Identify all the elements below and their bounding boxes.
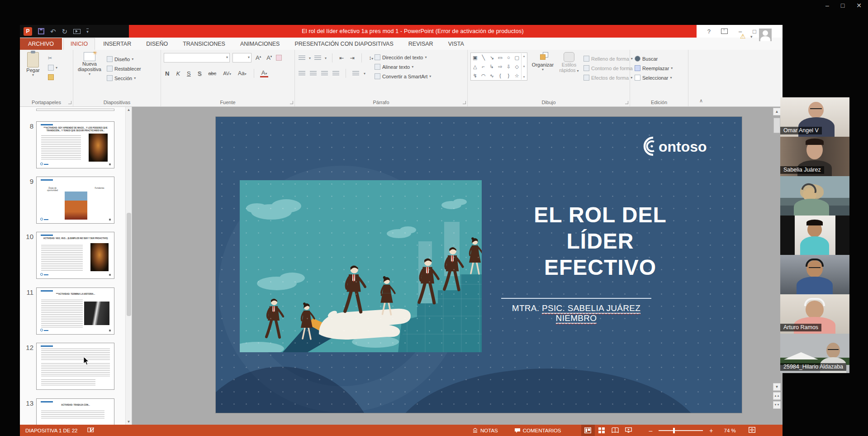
parrafo-dialog-launcher[interactable]	[463, 101, 466, 104]
shape-icon[interactable]: ☆	[515, 73, 519, 79]
shape-icon[interactable]: ╲	[482, 55, 485, 61]
dibujo-dialog-launcher[interactable]	[625, 101, 628, 104]
slideshow-view-button[interactable]	[622, 425, 636, 436]
shape-icon[interactable]: ○	[507, 55, 510, 60]
clear-formatting-icon[interactable]	[276, 55, 282, 61]
shapes-scroll-down-icon[interactable]: ▾	[523, 65, 525, 68]
italic-button[interactable]: K	[175, 70, 181, 77]
participant-video-tile[interactable]: Sabelia Juárez	[780, 137, 849, 176]
text-direction-button[interactable]: Dirección del texto▾	[375, 53, 431, 62]
tab-inicio[interactable]: INICIO	[63, 38, 95, 50]
customize-qat-icon[interactable]: ▾	[86, 29, 89, 34]
slide-area-scrollbar[interactable]: ▲ ▼ ▲▲ ▼▼	[773, 108, 781, 424]
font-size-combo[interactable]	[232, 53, 251, 62]
shape-outline-button[interactable]: Contorno de forma▾	[583, 63, 636, 73]
text-shadow-button[interactable]: S	[196, 70, 203, 77]
thumbnail-slide-10[interactable]: ACTIVIDAD: VEO, VEO... (EJEMPLOS NO SER …	[36, 232, 114, 279]
numbering-icon[interactable]	[314, 56, 321, 61]
participant-video-tile[interactable]	[780, 216, 849, 255]
undo-icon[interactable]: ↶	[50, 28, 56, 35]
cut-button[interactable]: ✂	[48, 53, 57, 63]
shapes-more-icon[interactable]: ▾	[523, 75, 525, 79]
tab-vista[interactable]: VISTA	[441, 38, 471, 50]
shape-icon[interactable]: ⌐	[482, 64, 485, 69]
fit-to-window-button[interactable]	[749, 427, 755, 434]
slide-sorter-view-button[interactable]	[595, 425, 608, 436]
reading-view-button[interactable]	[608, 425, 622, 436]
warning-caret-icon[interactable]: ▾	[750, 34, 753, 39]
tab-animaciones[interactable]: ANIMACIONES	[233, 38, 287, 50]
shape-icon[interactable]: ↘	[490, 55, 494, 61]
activation-warning-icon[interactable]: ⚠	[740, 33, 746, 40]
fuente-dialog-launcher[interactable]	[290, 101, 293, 104]
participant-video-tile[interactable]: Omar Angel V	[780, 97, 849, 137]
line-spacing-icon[interactable]: ↕▾	[367, 55, 375, 61]
previous-slide-button[interactable]: ▲▲	[773, 392, 781, 400]
shapes-gallery-scroll[interactable]: ▴ ▾ ▾	[521, 53, 526, 80]
font-name-combo[interactable]	[164, 53, 230, 62]
increase-indent-icon[interactable]: ⇥	[349, 55, 356, 61]
align-right-icon[interactable]	[321, 71, 328, 76]
strikethrough-button[interactable]: abc	[207, 71, 218, 76]
tab-archivo[interactable]: ARCHIVO	[20, 38, 62, 50]
shape-icon[interactable]: ⇩	[507, 64, 511, 70]
smartart-button[interactable]: Convertir a SmartArt▾	[375, 72, 431, 81]
thumbnail-scroll-up-icon[interactable]: ▲	[126, 108, 132, 112]
scroll-down-button[interactable]: ▼	[773, 383, 781, 391]
tab-diseno[interactable]: DISEÑO	[139, 38, 175, 50]
account-avatar[interactable]	[759, 29, 772, 41]
notes-button[interactable]: NOTAS	[472, 428, 498, 433]
normal-view-button[interactable]	[581, 425, 595, 436]
bullets-icon[interactable]	[299, 56, 305, 61]
copy-button[interactable]: ▾	[48, 63, 57, 72]
layout-button[interactable]: Diseño▾	[107, 54, 141, 64]
justify-icon[interactable]	[332, 71, 339, 76]
align-left-icon[interactable]	[299, 71, 305, 76]
thumbnail-slide-9[interactable]: Áreas de oportunidad Fortalezas	[36, 177, 114, 224]
tab-insertar[interactable]: INSERTAR	[96, 38, 138, 50]
paste-button[interactable]: Pegar ▾	[23, 52, 43, 77]
zoom-slider-thumb[interactable]	[673, 428, 675, 433]
shape-icon[interactable]: ⇨	[498, 64, 502, 70]
desktop-maximize-button[interactable]: □	[841, 2, 844, 9]
shape-icon[interactable]: {	[499, 73, 501, 78]
desktop-close-button[interactable]: ✕	[856, 2, 862, 9]
start-slideshow-icon[interactable]	[73, 29, 81, 34]
shape-icon[interactable]: ↳	[490, 64, 494, 70]
slide-canvas[interactable]: ontoso EL ROL DEL LÍDER EFECTIVO MTRA. P…	[216, 117, 742, 413]
shrink-font-button[interactable]: A▾	[265, 54, 273, 61]
scroll-thumb[interactable]	[773, 118, 780, 133]
collapse-ribbon-icon[interactable]: ∧	[699, 98, 703, 104]
find-button[interactable]: Buscar	[635, 54, 673, 63]
change-case-button[interactable]: Aa▾	[237, 70, 248, 77]
shape-effects-button[interactable]: Efectos de forma▾	[583, 73, 636, 82]
redo-icon[interactable]: ↻	[62, 28, 68, 35]
font-color-button[interactable]: A▾	[260, 69, 269, 77]
save-icon[interactable]	[38, 28, 44, 34]
tab-revisar[interactable]: REVISAR	[402, 38, 440, 50]
shape-fill-button[interactable]: Relleno de forma▾	[583, 54, 636, 63]
underline-button[interactable]: S	[185, 70, 192, 77]
select-button[interactable]: Seleccionar▾	[635, 73, 673, 82]
character-spacing-button[interactable]: AV▾	[222, 71, 232, 76]
shape-icon[interactable]: ◠	[481, 73, 486, 79]
ribbon-display-options-icon[interactable]	[721, 29, 728, 34]
shape-icon[interactable]: ▭	[498, 55, 503, 61]
participant-video-tile[interactable]: Arturo Ramos	[780, 294, 849, 334]
tab-transiciones[interactable]: TRANSICIONES	[176, 38, 232, 50]
thumbnail-scroll-down-icon[interactable]: ▼	[126, 420, 132, 424]
next-slide-button[interactable]: ▼▼	[773, 401, 781, 409]
shape-icon[interactable]: ◇	[515, 64, 519, 70]
shape-icon[interactable]: △	[473, 64, 477, 70]
reset-button[interactable]: Restablecer	[107, 64, 141, 73]
comments-button[interactable]: COMENTARIOS	[514, 428, 561, 433]
shape-icon[interactable]: ↯	[473, 73, 477, 79]
thumbnail-scroll-thumb[interactable]	[127, 213, 131, 316]
thumbnail-slide-13[interactable]: ACTIVIDAD: TRABAJA CON...	[36, 398, 114, 425]
replace-button[interactable]: Reemplazar▾	[635, 63, 673, 73]
scroll-up-button[interactable]: ▲	[773, 108, 781, 115]
format-painter-button[interactable]	[48, 72, 57, 82]
slide-title[interactable]: EL ROL DEL LÍDER EFECTIVO	[505, 202, 695, 281]
participant-video-tile[interactable]: 25984_Hilario Aldazaba	[780, 334, 849, 373]
quick-styles-button[interactable]: Estilos rápidos ▾	[557, 52, 581, 73]
